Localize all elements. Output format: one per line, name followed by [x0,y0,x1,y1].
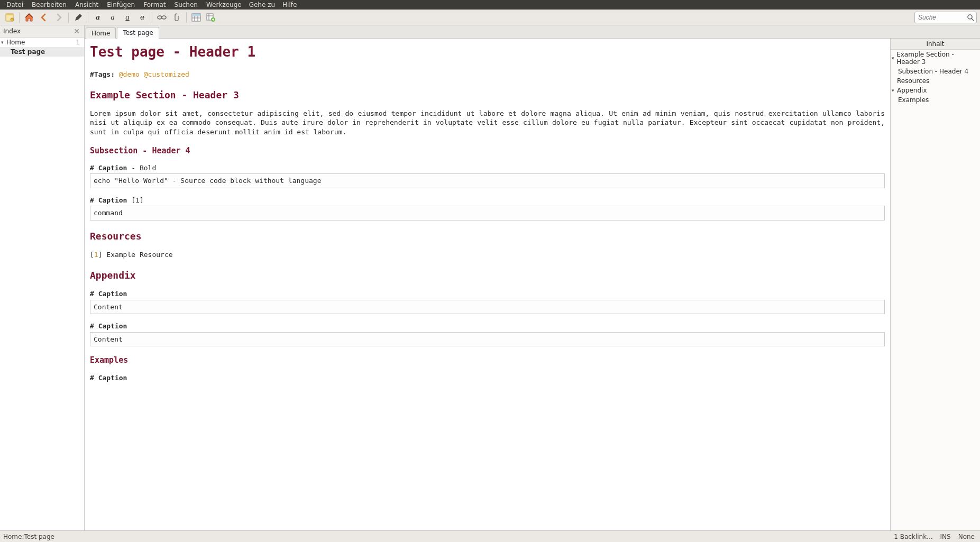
search-box[interactable] [914,12,977,23]
sidebar-header: Index ✕ [0,25,84,38]
statusbar: Home:Test page 1 Backlink... INS None [0,530,980,542]
toc-item-resources[interactable]: Resources [891,76,980,86]
heading-examples: Examples [90,355,885,365]
tree-item-testpage[interactable]: Test page [0,47,84,57]
tab-testpage[interactable]: Test page [117,27,159,39]
toolbar: a a a a [0,10,980,25]
tab-home[interactable]: Home [86,27,116,39]
forward-icon[interactable] [52,11,66,24]
menu-datei[interactable]: Datei [2,0,28,10]
sidebar-title: Index [3,27,21,35]
heading-appendix: Appendix [90,269,885,282]
menu-format[interactable]: Format [139,0,170,10]
tabbar: Home Test page [85,25,980,39]
tags-label: #Tags: [90,70,115,78]
tag-demo[interactable]: @demo [119,70,140,78]
heading-subsection: Subsection - Header 4 [90,145,885,156]
menu-suchen[interactable]: Suchen [170,0,202,10]
caption-app2: # Caption [90,321,885,331]
status-path: Home:Test page [3,533,54,540]
table-icon[interactable] [189,11,203,24]
sidebar: Index ✕ ▾ Home 1 Test page [0,25,85,530]
svg-point-4 [162,16,166,19]
tree-label: Test page [11,48,45,56]
caption-2: # Caption [1] [90,196,885,205]
svg-rect-10 [192,14,200,16]
toc-title: Inhalt [891,39,980,50]
tree-count: 1 [76,39,82,46]
search-icon[interactable] [965,14,976,21]
menu-werkzeuge[interactable]: Werkzeuge [202,0,246,10]
menu-hilfe[interactable]: Hilfe [278,0,301,10]
link-icon[interactable] [155,11,169,24]
caption-1: # Caption - Bold [90,163,885,173]
chevron-down-icon[interactable]: ▾ [892,88,897,93]
strike-icon[interactable]: a [135,11,149,24]
svg-point-3 [158,16,162,19]
menu-ansicht[interactable]: Ansicht [71,0,103,10]
code-block-app2: Content [90,332,885,347]
toc-item-subsection[interactable]: Subsection - Header 4 [891,67,980,76]
svg-point-2 [11,18,14,21]
notebook-icon[interactable] [3,11,16,24]
menu-bearbeiten[interactable]: Bearbeiten [28,0,71,10]
svg-line-16 [972,19,974,21]
caption-ex: # Caption [90,373,885,383]
toc-panel: Inhalt ▾Example Section - Header 3 Subse… [890,39,980,530]
page-title: Test page - Header 1 [90,43,885,61]
separator [152,12,152,23]
insert-table-icon[interactable] [204,11,218,24]
svg-rect-1 [6,14,13,15]
menu-einfuegen[interactable]: Einfügen [103,0,139,10]
tree-item-home[interactable]: ▾ Home 1 [0,38,84,47]
chevron-down-icon[interactable]: ▾ [892,56,896,61]
bold-icon[interactable]: a [91,11,105,24]
edit-icon[interactable] [71,11,85,24]
separator [19,12,20,23]
resource-line: [1] Example Resource [90,250,885,260]
status-backlinks[interactable]: 1 Backlink... [894,533,932,540]
separator [88,12,88,23]
code-block-2: command [90,206,885,221]
close-icon[interactable]: ✕ [72,27,81,35]
menu-gehezu[interactable]: Gehe zu [246,0,278,10]
toc-item-example[interactable]: ▾Example Section - Header 3 [891,50,980,67]
reference-link[interactable]: 1 [94,251,98,259]
back-icon[interactable] [37,11,51,24]
tree-label: Home [6,39,25,46]
menubar: Datei Bearbeiten Ansicht Einfügen Format… [0,0,980,10]
separator [68,12,69,23]
italic-icon[interactable]: a [106,11,120,24]
underline-icon[interactable]: a [121,11,134,24]
tag-customized[interactable]: @customized [144,70,189,78]
content-area: Home Test page Test page - Header 1 #Tag… [85,25,980,530]
home-icon[interactable] [22,11,36,24]
heading-example-section: Example Section - Header 3 [90,89,885,102]
svg-point-15 [968,15,972,19]
chevron-down-icon[interactable]: ▾ [1,40,6,45]
separator [186,12,187,23]
tags-line: #Tags: @demo @customized [90,70,885,79]
status-mode: INS [940,533,951,540]
attach-icon[interactable] [170,11,184,24]
toc-item-examples[interactable]: Examples [891,95,980,105]
caption-app1: # Caption [90,289,885,299]
lorem-paragraph: Lorem ipsum dolor sit amet, consectetur … [90,109,885,137]
code-block-1: echo "Hello World" - Source code block w… [90,173,885,188]
editor[interactable]: Test page - Header 1 #Tags: @demo @custo… [85,39,890,530]
search-input[interactable] [915,13,965,22]
index-tree: ▾ Home 1 Test page [0,38,84,530]
heading-resources: Resources [90,230,885,243]
toc-item-appendix[interactable]: ▾Appendix [891,86,980,95]
status-right: None [958,533,975,540]
code-block-app1: Content [90,300,885,315]
